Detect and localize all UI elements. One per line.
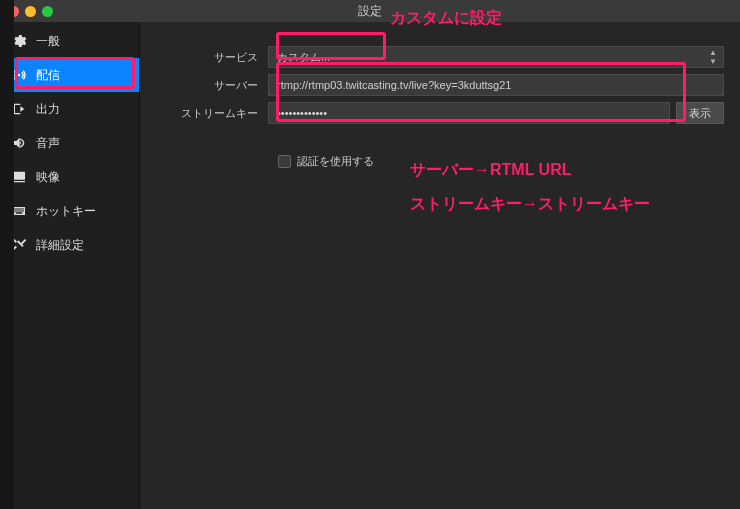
sidebar-item-label: 配信 (36, 67, 60, 84)
sidebar-item-label: 音声 (36, 135, 60, 152)
streamkey-value: ••••••••••••• (277, 107, 327, 119)
sidebar-item-audio[interactable]: 音声 (0, 126, 139, 160)
sidebar-item-label: ホットキー (36, 203, 96, 220)
minimize-icon[interactable] (25, 6, 36, 17)
sidebar-item-general[interactable]: 一般 (0, 24, 139, 58)
sidebar-item-label: 出力 (36, 101, 60, 118)
service-label: サービス (140, 50, 268, 65)
sidebar-item-stream[interactable]: 配信 (0, 58, 139, 92)
server-label: サーバー (140, 78, 268, 93)
service-value: カスタム... (277, 50, 330, 65)
auth-checkbox-label: 認証を使用する (297, 154, 374, 169)
streamkey-label: ストリームキー (140, 106, 268, 121)
sidebar: 一般 配信 出力 音声 映像 (0, 22, 140, 509)
auth-checkbox[interactable] (278, 155, 291, 168)
sidebar-item-label: 映像 (36, 169, 60, 186)
sidebar-item-label: 詳細設定 (36, 237, 84, 254)
server-value: rtmp://rtmp03.twitcasting.tv/live?key=3k… (277, 79, 511, 91)
annotation-streamkey: ストリームキー→ストリームキー (410, 194, 650, 215)
sidebar-item-advanced[interactable]: 詳細設定 (0, 228, 139, 262)
chevron-updown-icon: ▲▼ (709, 49, 717, 66)
sidebar-item-label: 一般 (36, 33, 60, 50)
show-button[interactable]: 表示 (676, 102, 724, 124)
sidebar-item-hotkeys[interactable]: ホットキー (0, 194, 139, 228)
maximize-icon[interactable] (42, 6, 53, 17)
server-input[interactable]: rtmp://rtmp03.twitcasting.tv/live?key=3k… (268, 74, 724, 96)
sidebar-item-video[interactable]: 映像 (0, 160, 139, 194)
sidebar-item-output[interactable]: 出力 (0, 92, 139, 126)
sidebar-strip (0, 0, 14, 509)
streamkey-input[interactable]: ••••••••••••• (268, 102, 670, 124)
service-select[interactable]: カスタム... ▲▼ (268, 46, 724, 68)
content-pane: サービス カスタム... ▲▼ サーバー rtmp://rtmp03.twitc… (140, 22, 740, 509)
window-title: 設定 (0, 3, 740, 20)
titlebar: 設定 (0, 0, 740, 22)
